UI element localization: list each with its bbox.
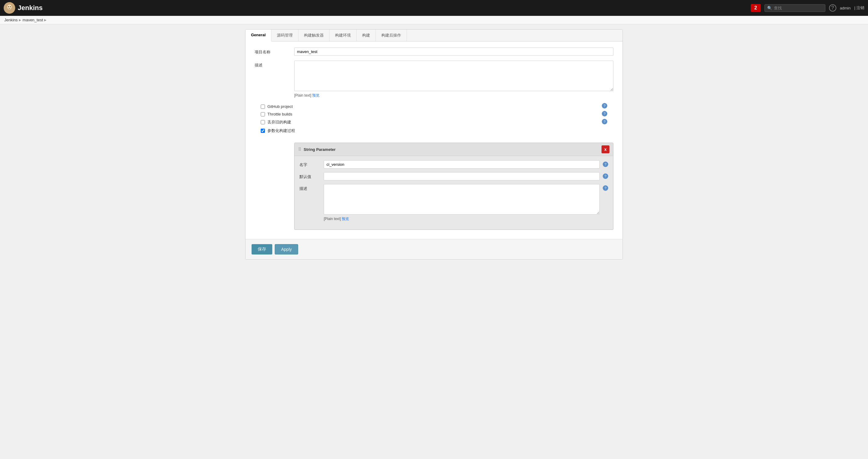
parameterized-label[interactable]: 参数化构建过程	[268, 128, 295, 134]
sp-default-row: 默认值 ?	[299, 172, 608, 180]
tab-post[interactable]: 构建后操作	[376, 30, 407, 41]
sp-description-control: [Plain text] 预览	[324, 184, 600, 222]
parameterized-checkbox[interactable]	[261, 128, 265, 133]
svg-point-3	[10, 6, 11, 7]
description-control: [Plain text] 预览	[294, 61, 613, 98]
sp-description-row: 描述 [Plain text] 预览 ?	[299, 184, 608, 222]
sp-name-row: 名字 ?	[299, 160, 608, 169]
tab-build[interactable]: 构建	[356, 30, 376, 41]
breadcrumb-sep2: ▶	[44, 18, 46, 22]
discard-old-label[interactable]: 丢弃旧的构建	[268, 119, 291, 125]
project-name-input[interactable]	[294, 48, 613, 56]
throttle-builds-label[interactable]: Throttle builds	[268, 112, 292, 116]
checkboxes-section: GitHub project Throttle builds 丢弃旧的构建 参数…	[255, 103, 613, 140]
sp-description-hint: [Plain text] 预览	[324, 217, 600, 222]
description-label: 描述	[255, 61, 291, 68]
checkbox-discard: 丢弃旧的构建	[255, 119, 613, 125]
help-icon[interactable]: ?	[829, 4, 836, 11]
github-project-label[interactable]: GitHub project	[268, 104, 293, 109]
tab-env[interactable]: 构建环境	[330, 30, 356, 41]
checkbox-throttle: Throttle builds	[255, 112, 613, 116]
plain-text-label: [Plain text]	[294, 93, 311, 97]
breadcrumb-sep1: ▶	[19, 18, 21, 22]
throttle-builds-checkbox[interactable]	[261, 112, 265, 116]
breadcrumb-jenkins[interactable]: Jenkins	[4, 18, 18, 22]
sp-default-input[interactable]	[324, 172, 600, 180]
sp-default-help-icon[interactable]: ?	[603, 173, 608, 179]
config-tabs: General 源码管理 构建触发器 构建环境 构建 构建后操作	[246, 30, 622, 41]
jenkins-logo	[4, 2, 15, 14]
sp-preview-link[interactable]: 预览	[342, 217, 349, 221]
help-discard-icon[interactable]: ?	[602, 111, 607, 116]
save-button[interactable]: 保存	[252, 244, 272, 255]
checkbox-github: GitHub project	[255, 104, 613, 109]
project-name-control	[294, 48, 613, 56]
project-name-label: 项目名称	[255, 48, 291, 55]
sp-default-control	[324, 172, 600, 180]
sp-description-label: 描述	[299, 184, 321, 192]
svg-rect-4	[8, 9, 11, 11]
sp-name-label: 名字	[299, 160, 321, 168]
sp-name-input[interactable]	[324, 160, 600, 169]
delete-param-button[interactable]: x	[601, 145, 610, 153]
help-throttle-icon[interactable]: ?	[602, 103, 607, 109]
sp-description-help-icon[interactable]: ?	[603, 185, 608, 191]
description-hint: [Plain text] 预览	[294, 93, 613, 98]
string-param-title: String Parameter	[304, 147, 599, 152]
preview-link[interactable]: 预览	[312, 93, 319, 97]
sp-plain-text-label: [Plain text]	[324, 217, 341, 221]
main-content: General 源码管理 构建触发器 构建环境 构建 构建后操作 项目名称 描述	[239, 24, 629, 264]
sp-default-label: 默认值	[299, 172, 321, 179]
search-box: 🔍	[765, 4, 825, 12]
brand-link[interactable]: Jenkins	[4, 2, 43, 14]
project-name-row: 项目名称	[255, 48, 613, 56]
string-param-body: 名字 ? 默认值 ?	[294, 156, 613, 229]
bottom-buttons: 保存 Apply	[246, 239, 622, 259]
sp-description-textarea[interactable]	[324, 184, 600, 214]
logout-link[interactable]: | 注销	[854, 5, 864, 11]
string-param-header: ⠿ String Parameter x	[294, 143, 613, 156]
description-row: 描述 [Plain text] 预览	[255, 61, 613, 98]
search-input[interactable]	[774, 6, 823, 10]
breadcrumb: Jenkins ▶ maven_test ▶	[0, 16, 868, 24]
form-body: 项目名称 描述 [Plain text] 预览	[246, 41, 622, 239]
github-project-checkbox[interactable]	[261, 105, 265, 109]
user-label: admin	[840, 6, 850, 10]
string-param-panel: ⠿ String Parameter x 名字 ? 默认值	[294, 143, 613, 230]
help-parameterized-icon[interactable]: ?	[602, 119, 607, 124]
description-textarea[interactable]	[294, 61, 613, 91]
checkbox-parameterized: 参数化构建过程	[255, 128, 613, 134]
tab-scm[interactable]: 源码管理	[271, 30, 299, 41]
tab-general[interactable]: General	[246, 30, 271, 41]
config-panel: General 源码管理 构建触发器 构建环境 构建 构建后操作 项目名称 描述	[245, 29, 623, 260]
drag-handle-icon[interactable]: ⠿	[298, 147, 301, 152]
breadcrumb-project[interactable]: maven_test	[23, 18, 43, 22]
brand-text: Jenkins	[18, 4, 43, 12]
tab-triggers[interactable]: 构建触发器	[299, 30, 330, 41]
search-icon: 🔍	[767, 6, 772, 10]
help-icons-group: ? ? ?	[602, 103, 607, 124]
navbar: Jenkins 2 🔍 ? admin | 注销	[0, 0, 868, 16]
checkboxes-list: GitHub project Throttle builds 丢弃旧的构建 参数…	[255, 103, 613, 140]
svg-point-2	[8, 6, 9, 7]
sp-name-control	[324, 160, 600, 169]
notification-badge[interactable]: 2	[751, 4, 761, 12]
discard-old-checkbox[interactable]	[261, 120, 265, 124]
sp-name-help-icon[interactable]: ?	[603, 162, 608, 167]
apply-button[interactable]: Apply	[275, 244, 298, 255]
